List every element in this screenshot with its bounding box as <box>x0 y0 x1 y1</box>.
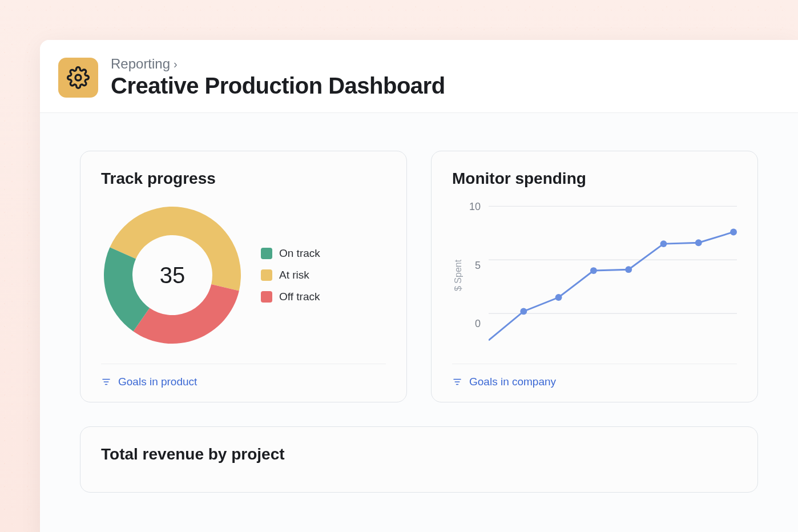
card-title: Monitor spending <box>452 170 737 188</box>
y-tick: 0 <box>469 318 481 330</box>
svg-point-8 <box>555 294 562 301</box>
page-header: Reporting › Creative Production Dashboar… <box>40 40 798 113</box>
svg-point-0 <box>75 75 81 80</box>
legend-label: At risk <box>279 269 309 281</box>
card-track-progress: Track progress 35 On track At risk <box>80 151 407 402</box>
legend-item-off-track: Off track <box>261 291 320 303</box>
gear-icon <box>67 66 90 89</box>
card-title: Track progress <box>101 170 386 188</box>
legend-item-at-risk: At risk <box>261 269 320 281</box>
svg-point-9 <box>590 267 597 274</box>
legend-label: Off track <box>279 291 320 303</box>
page-title: Creative Production Dashboard <box>111 73 445 99</box>
svg-point-13 <box>730 229 737 236</box>
chevron-right-icon: › <box>174 58 178 71</box>
filter-link-label: Goals in company <box>469 376 556 388</box>
y-tick: 5 <box>469 260 481 272</box>
filter-link-goals-company[interactable]: Goals in company <box>452 376 556 388</box>
swatch-yellow <box>261 269 272 281</box>
donut-center-value: 35 <box>101 204 244 346</box>
legend-item-on-track: On track <box>261 247 320 260</box>
swatch-red <box>261 291 272 303</box>
svg-point-12 <box>695 239 702 246</box>
y-tick: 10 <box>469 201 481 213</box>
card-title: Total revenue by project <box>101 445 737 464</box>
filter-link-goals-product[interactable]: Goals in product <box>101 376 197 388</box>
donut-legend: On track At risk Off track <box>261 247 320 303</box>
card-body: 35 On track At risk Off track <box>101 198 386 352</box>
card-body: $ Spent 10 5 0 <box>452 198 737 352</box>
y-ticks: 10 5 0 <box>469 200 484 331</box>
filter-icon <box>101 377 111 387</box>
swatch-green <box>261 248 272 259</box>
breadcrumb-label: Reporting <box>111 56 170 72</box>
wide-row: Total revenue by project <box>40 402 798 493</box>
donut-chart: 35 <box>101 204 244 346</box>
line-svg <box>489 200 737 348</box>
card-monitor-spending: Monitor spending $ Spent 10 5 0 <box>431 151 758 402</box>
cards-row: Track progress 35 On track At risk <box>40 113 798 402</box>
card-footer: Goals in company <box>452 364 737 388</box>
filter-link-label: Goals in product <box>118 376 197 388</box>
svg-point-7 <box>520 308 527 315</box>
dashboard-window: Reporting › Creative Production Dashboar… <box>40 40 798 532</box>
breadcrumb[interactable]: Reporting › <box>111 56 445 72</box>
filter-icon <box>452 377 462 387</box>
header-icon-box <box>58 58 98 98</box>
svg-point-11 <box>660 240 667 247</box>
svg-point-10 <box>625 266 632 273</box>
legend-label: On track <box>279 247 320 260</box>
y-axis-label: $ Spent <box>452 200 465 350</box>
card-footer: Goals in product <box>101 364 386 388</box>
card-total-revenue: Total revenue by project <box>80 426 758 493</box>
line-chart: $ Spent 10 5 0 <box>452 200 737 350</box>
header-text: Reporting › Creative Production Dashboar… <box>111 56 445 99</box>
